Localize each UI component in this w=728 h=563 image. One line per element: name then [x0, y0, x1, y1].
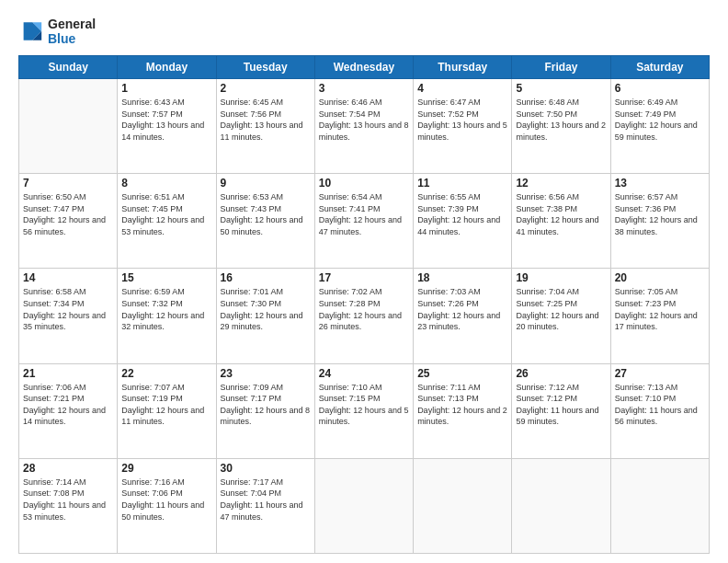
day-number: 10 — [319, 177, 409, 190]
calendar-cell: 26Sunrise: 7:12 AMSunset: 7:12 PMDayligh… — [512, 363, 610, 458]
calendar-cell: 29Sunrise: 7:16 AMSunset: 7:06 PMDayligh… — [118, 458, 216, 553]
cell-details: Sunrise: 7:11 AMSunset: 7:13 PMDaylight:… — [417, 382, 507, 428]
calendar-cell — [610, 458, 709, 553]
calendar-cell — [19, 79, 118, 174]
calendar-week-5: 28Sunrise: 7:14 AMSunset: 7:08 PMDayligh… — [19, 458, 710, 553]
calendar-cell: 6Sunrise: 6:49 AMSunset: 7:49 PMDaylight… — [610, 79, 709, 174]
cell-details: Sunrise: 6:45 AMSunset: 7:56 PMDaylight:… — [221, 97, 311, 143]
calendar-cell: 9Sunrise: 6:53 AMSunset: 7:43 PMDaylight… — [216, 174, 314, 269]
day-number: 26 — [516, 367, 606, 380]
cell-details: Sunrise: 7:01 AMSunset: 7:30 PMDaylight:… — [221, 286, 311, 332]
calendar-cell: 12Sunrise: 6:56 AMSunset: 7:38 PMDayligh… — [512, 174, 610, 269]
day-number: 6 — [615, 82, 705, 95]
cell-details: Sunrise: 6:54 AMSunset: 7:41 PMDaylight:… — [319, 191, 409, 237]
logo-text: General Blue — [48, 17, 96, 46]
cell-details: Sunrise: 7:16 AMSunset: 7:06 PMDaylight:… — [121, 477, 211, 523]
calendar-cell: 23Sunrise: 7:09 AMSunset: 7:17 PMDayligh… — [216, 363, 314, 458]
day-number: 23 — [221, 367, 311, 380]
cell-details: Sunrise: 6:46 AMSunset: 7:54 PMDaylight:… — [319, 97, 409, 143]
cell-details: Sunrise: 6:51 AMSunset: 7:45 PMDaylight:… — [121, 191, 211, 237]
day-number: 2 — [221, 82, 311, 95]
day-number: 18 — [417, 271, 507, 284]
day-number: 28 — [23, 462, 113, 475]
calendar-cell: 30Sunrise: 7:17 AMSunset: 7:04 PMDayligh… — [216, 458, 314, 553]
calendar-cell: 24Sunrise: 7:10 AMSunset: 7:15 PMDayligh… — [314, 363, 413, 458]
cell-details: Sunrise: 7:10 AMSunset: 7:15 PMDaylight:… — [319, 382, 409, 428]
calendar-cell: 7Sunrise: 6:50 AMSunset: 7:47 PMDaylight… — [19, 174, 118, 269]
day-number: 7 — [23, 177, 113, 190]
calendar-cell — [512, 458, 610, 553]
calendar-week-4: 21Sunrise: 7:06 AMSunset: 7:21 PMDayligh… — [19, 363, 710, 458]
calendar-cell: 13Sunrise: 6:57 AMSunset: 7:36 PMDayligh… — [610, 174, 709, 269]
weekday-header-row: SundayMondayTuesdayWednesdayThursdayFrid… — [19, 56, 710, 79]
cell-details: Sunrise: 7:12 AMSunset: 7:12 PMDaylight:… — [516, 382, 606, 428]
calendar-cell: 14Sunrise: 6:58 AMSunset: 7:34 PMDayligh… — [19, 269, 118, 363]
header: General Blue — [18, 17, 710, 46]
calendar-cell: 8Sunrise: 6:51 AMSunset: 7:45 PMDaylight… — [118, 174, 216, 269]
cell-details: Sunrise: 7:03 AMSunset: 7:26 PMDaylight:… — [417, 286, 507, 332]
calendar-cell: 19Sunrise: 7:04 AMSunset: 7:25 PMDayligh… — [512, 269, 610, 363]
cell-details: Sunrise: 6:55 AMSunset: 7:39 PMDaylight:… — [417, 191, 507, 237]
calendar-cell: 11Sunrise: 6:55 AMSunset: 7:39 PMDayligh… — [414, 174, 512, 269]
logo: General Blue — [18, 17, 96, 46]
weekday-header-monday: Monday — [118, 56, 216, 79]
calendar-cell: 4Sunrise: 6:47 AMSunset: 7:52 PMDaylight… — [414, 79, 512, 174]
day-number: 15 — [121, 271, 211, 284]
calendar-week-3: 14Sunrise: 6:58 AMSunset: 7:34 PMDayligh… — [19, 269, 710, 363]
day-number: 4 — [417, 82, 507, 95]
day-number: 25 — [417, 367, 507, 380]
cell-details: Sunrise: 6:50 AMSunset: 7:47 PMDaylight:… — [23, 191, 113, 237]
weekday-header-saturday: Saturday — [610, 56, 709, 79]
calendar-week-1: 1Sunrise: 6:43 AMSunset: 7:57 PMDaylight… — [19, 79, 710, 174]
cell-details: Sunrise: 6:58 AMSunset: 7:34 PMDaylight:… — [23, 286, 113, 332]
cell-details: Sunrise: 7:17 AMSunset: 7:04 PMDaylight:… — [221, 477, 311, 523]
day-number: 12 — [516, 177, 606, 190]
calendar-cell: 3Sunrise: 6:46 AMSunset: 7:54 PMDaylight… — [314, 79, 413, 174]
calendar-cell: 21Sunrise: 7:06 AMSunset: 7:21 PMDayligh… — [19, 363, 118, 458]
cell-details: Sunrise: 7:04 AMSunset: 7:25 PMDaylight:… — [516, 286, 606, 332]
calendar-cell: 28Sunrise: 7:14 AMSunset: 7:08 PMDayligh… — [19, 458, 118, 553]
calendar-cell: 25Sunrise: 7:11 AMSunset: 7:13 PMDayligh… — [414, 363, 512, 458]
weekday-header-thursday: Thursday — [414, 56, 512, 79]
calendar-cell: 15Sunrise: 6:59 AMSunset: 7:32 PMDayligh… — [118, 269, 216, 363]
calendar-cell — [414, 458, 512, 553]
cell-details: Sunrise: 6:43 AMSunset: 7:57 PMDaylight:… — [121, 97, 211, 143]
cell-details: Sunrise: 7:05 AMSunset: 7:23 PMDaylight:… — [615, 286, 705, 332]
day-number: 16 — [221, 271, 311, 284]
cell-details: Sunrise: 6:57 AMSunset: 7:36 PMDaylight:… — [615, 191, 705, 237]
weekday-header-wednesday: Wednesday — [314, 56, 413, 79]
day-number: 20 — [615, 271, 705, 284]
day-number: 5 — [516, 82, 606, 95]
day-number: 30 — [221, 462, 311, 475]
cell-details: Sunrise: 6:49 AMSunset: 7:49 PMDaylight:… — [615, 97, 705, 143]
day-number: 27 — [615, 367, 705, 380]
calendar-cell: 10Sunrise: 6:54 AMSunset: 7:41 PMDayligh… — [314, 174, 413, 269]
calendar-cell: 16Sunrise: 7:01 AMSunset: 7:30 PMDayligh… — [216, 269, 314, 363]
calendar-table: SundayMondayTuesdayWednesdayThursdayFrid… — [18, 55, 710, 554]
calendar-cell — [314, 458, 413, 553]
cell-details: Sunrise: 6:56 AMSunset: 7:38 PMDaylight:… — [516, 191, 606, 237]
cell-details: Sunrise: 6:48 AMSunset: 7:50 PMDaylight:… — [516, 97, 606, 143]
day-number: 13 — [615, 177, 705, 190]
day-number: 14 — [23, 271, 113, 284]
cell-details: Sunrise: 6:59 AMSunset: 7:32 PMDaylight:… — [121, 286, 211, 332]
cell-details: Sunrise: 7:02 AMSunset: 7:28 PMDaylight:… — [319, 286, 409, 332]
calendar-cell: 1Sunrise: 6:43 AMSunset: 7:57 PMDaylight… — [118, 79, 216, 174]
weekday-header-sunday: Sunday — [19, 56, 118, 79]
cell-details: Sunrise: 6:53 AMSunset: 7:43 PMDaylight:… — [221, 191, 311, 237]
calendar-cell: 20Sunrise: 7:05 AMSunset: 7:23 PMDayligh… — [610, 269, 709, 363]
cell-details: Sunrise: 7:14 AMSunset: 7:08 PMDaylight:… — [23, 477, 113, 523]
weekday-header-friday: Friday — [512, 56, 610, 79]
cell-details: Sunrise: 6:47 AMSunset: 7:52 PMDaylight:… — [417, 97, 507, 143]
day-number: 3 — [319, 82, 409, 95]
calendar-cell: 5Sunrise: 6:48 AMSunset: 7:50 PMDaylight… — [512, 79, 610, 174]
day-number: 17 — [319, 271, 409, 284]
cell-details: Sunrise: 7:07 AMSunset: 7:19 PMDaylight:… — [121, 382, 211, 428]
calendar-cell: 18Sunrise: 7:03 AMSunset: 7:26 PMDayligh… — [414, 269, 512, 363]
day-number: 24 — [319, 367, 409, 380]
cell-details: Sunrise: 7:06 AMSunset: 7:21 PMDaylight:… — [23, 382, 113, 428]
calendar-cell: 27Sunrise: 7:13 AMSunset: 7:10 PMDayligh… — [610, 363, 709, 458]
calendar-week-2: 7Sunrise: 6:50 AMSunset: 7:47 PMDaylight… — [19, 174, 710, 269]
cell-details: Sunrise: 7:13 AMSunset: 7:10 PMDaylight:… — [615, 382, 705, 428]
day-number: 21 — [23, 367, 113, 380]
